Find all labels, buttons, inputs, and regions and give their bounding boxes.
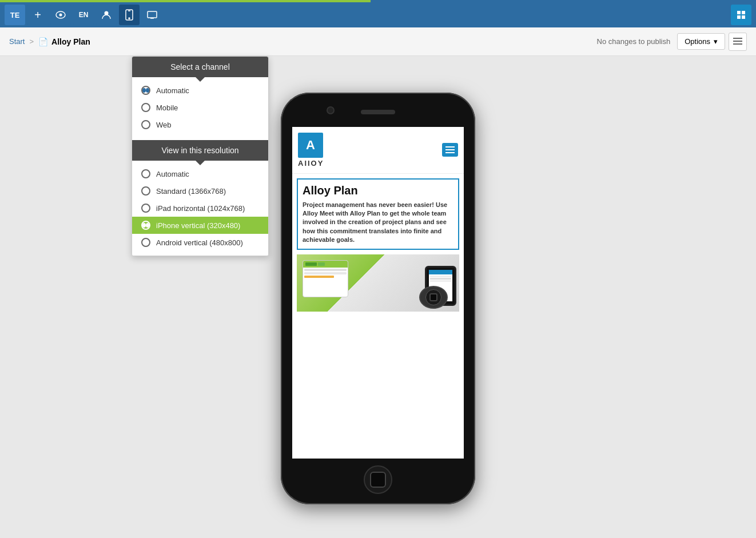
alloy-brand: AIIOY: [298, 159, 324, 168]
channel-automatic[interactable]: Automatic: [132, 82, 268, 99]
svg-rect-11: [737, 15, 741, 19]
svg-rect-13: [733, 38, 742, 39]
radio-mobile: [141, 103, 150, 112]
options-button[interactable]: Options ▾: [677, 33, 725, 50]
add-button[interactable]: +: [27, 5, 48, 25]
svg-rect-6: [148, 11, 157, 18]
logo-button[interactable]: TE: [5, 5, 25, 25]
svg-rect-15: [733, 43, 742, 45]
resolution-iphone-v[interactable]: iPhone vertical (320x480): [132, 217, 268, 234]
radio-res-android-v: [141, 238, 150, 247]
phone-mockup: A AIIOY Alloy Plan Project management ha…: [281, 93, 475, 504]
phone-home-button[interactable]: [364, 465, 392, 494]
resolution-header: View in this resolution: [132, 140, 268, 161]
channel-resolution-dropdown: Select a channel Automatic Mobile Web Vi…: [132, 56, 269, 256]
language-button[interactable]: EN: [73, 5, 94, 25]
svg-rect-10: [742, 11, 745, 14]
radio-automatic: [141, 86, 150, 95]
radio-web: [141, 120, 150, 129]
content-title: Alloy Plan: [303, 184, 453, 197]
preview-button[interactable]: [50, 5, 71, 25]
alloy-logo: A: [298, 133, 323, 158]
content-text: Project management has never been easier…: [303, 201, 453, 245]
breadcrumb-bar: Start > 📄 Alloy Plan No changes to publi…: [0, 27, 756, 56]
page-icon: 📄: [38, 37, 48, 46]
svg-rect-9: [737, 11, 741, 14]
toolbar-right: [731, 5, 751, 25]
pages-button[interactable]: [731, 5, 751, 25]
radio-res-automatic: [141, 169, 150, 178]
radio-res-ipad-h: [141, 204, 150, 213]
channel-options: Automatic Mobile Web: [132, 77, 268, 138]
menu-icon[interactable]: [442, 143, 458, 157]
select-channel-header: Select a channel: [132, 57, 268, 77]
resolution-automatic[interactable]: Automatic: [132, 165, 268, 182]
svg-rect-14: [733, 41, 742, 42]
svg-point-1: [59, 14, 62, 17]
screen-header: A AIIOY: [292, 127, 464, 174]
svg-point-4: [129, 18, 130, 19]
svg-rect-12: [742, 15, 745, 19]
resolution-android-v[interactable]: Android vertical (480x800): [132, 234, 268, 251]
channel-web[interactable]: Web: [132, 116, 268, 133]
breadcrumb-start[interactable]: Start: [9, 37, 25, 46]
phone-camera: [327, 106, 335, 114]
list-view-button[interactable]: [729, 33, 747, 51]
radio-res-iphone-v: [141, 221, 150, 230]
resolution-standard[interactable]: Standard (1366x768): [132, 182, 268, 200]
radio-res-standard: [141, 186, 150, 196]
toolbar: TE + EN: [0, 2, 756, 27]
image-placeholder: [297, 254, 459, 312]
screen-body: Alloy Plan Project management has never …: [292, 174, 464, 317]
main-content: Select a channel Automatic Mobile Web Vi…: [0, 56, 756, 538]
resolution-ipad-h[interactable]: iPad horizontal (1024x768): [132, 200, 268, 217]
device-button[interactable]: [119, 5, 140, 25]
user-button[interactable]: [96, 5, 117, 25]
resolution-options: Automatic Standard (1366x768) iPad horiz…: [132, 161, 268, 256]
content-box: Alloy Plan Project management has never …: [297, 178, 459, 250]
breadcrumb-separator: >: [29, 37, 34, 46]
screen-button[interactable]: [142, 5, 162, 25]
page-title: 📄 Alloy Plan: [38, 37, 90, 46]
phone-screen: A AIIOY Alloy Plan Project management ha…: [292, 127, 464, 459]
channel-mobile[interactable]: Mobile: [132, 99, 268, 116]
phone-speaker: [361, 110, 395, 114]
publish-status: No changes to publish: [597, 37, 671, 46]
